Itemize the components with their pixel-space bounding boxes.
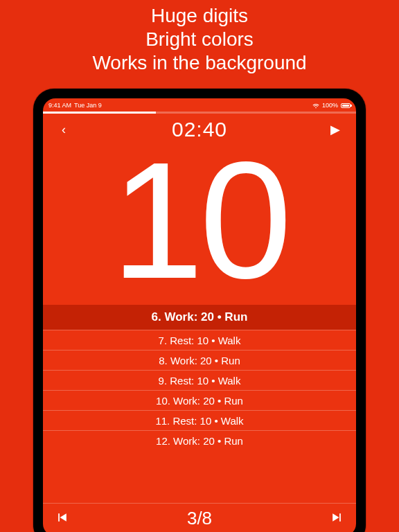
- status-bar: 9:41 AM Tue Jan 9 100%: [43, 98, 356, 109]
- progress-bar[interactable]: [43, 112, 356, 114]
- device-frame: 9:41 AM Tue Jan 9 100% ‹ 02:40 ▶ 10 6. W…: [33, 89, 366, 532]
- interval-item[interactable]: 12. Work: 20 • Run: [43, 430, 356, 450]
- interval-item[interactable]: 10. Work: 20 • Run: [43, 390, 356, 410]
- prev-interval-button[interactable]: [54, 513, 71, 525]
- back-button[interactable]: ‹: [55, 123, 72, 137]
- statusbar-time: 9:41 AM: [48, 102, 71, 109]
- app-screen: 9:41 AM Tue Jan 9 100% ‹ 02:40 ▶ 10 6. W…: [43, 98, 356, 532]
- statusbar-battery-pct: 100%: [322, 102, 338, 109]
- round-counter: 3/8: [187, 508, 212, 529]
- countdown-digits: 10: [43, 145, 356, 295]
- promo-text: Huge digits Bright colors Works in the b…: [0, 0, 399, 75]
- promo-line-2: Bright colors: [0, 28, 399, 51]
- progress-fill: [43, 112, 156, 114]
- play-button[interactable]: ▶: [327, 122, 344, 137]
- wifi-icon: [312, 102, 319, 109]
- interval-item[interactable]: 7. Rest: 10 • Walk: [43, 330, 356, 350]
- interval-item[interactable]: 8. Work: 20 • Run: [43, 350, 356, 370]
- interval-item[interactable]: 9. Rest: 10 • Walk: [43, 370, 356, 390]
- statusbar-date: Tue Jan 9: [74, 102, 102, 109]
- promo-line-3: Works in the background: [0, 51, 399, 75]
- interval-item[interactable]: 11. Rest: 10 • Walk: [43, 410, 356, 430]
- next-interval-button[interactable]: [328, 513, 345, 525]
- footer-bar: 3/8: [43, 503, 356, 532]
- interval-list[interactable]: 6. Work: 20 • Run 7. Rest: 10 • Walk 8. …: [43, 305, 356, 450]
- promo-line-1: Huge digits: [0, 4, 399, 28]
- battery-icon: [341, 103, 351, 108]
